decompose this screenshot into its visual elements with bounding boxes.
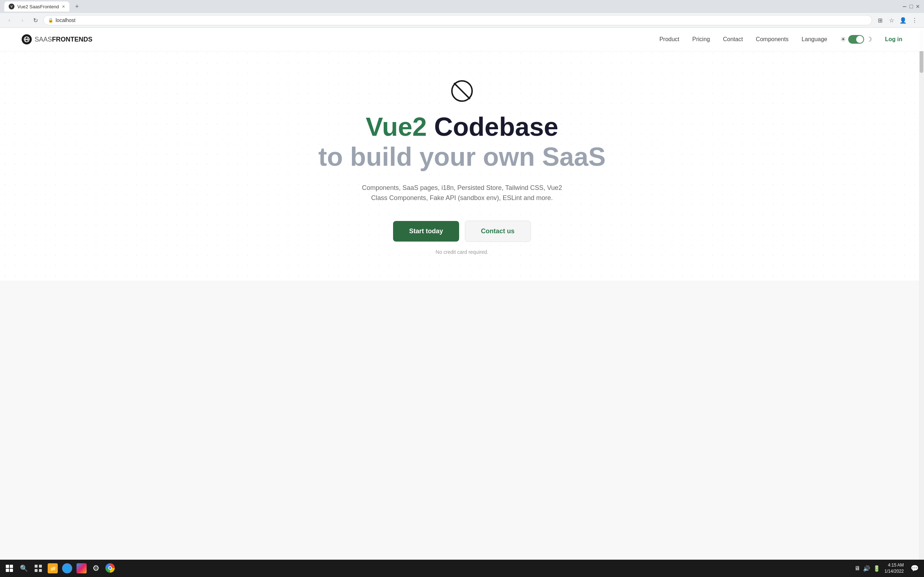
hero-section: Vue2 Codebase to build your own SaaS Com… xyxy=(0,51,924,277)
hero-buttons: Start today Contact us xyxy=(393,221,530,242)
nav-language[interactable]: Language xyxy=(802,36,827,42)
moon-icon: ☽ xyxy=(866,35,872,44)
toggle-knob xyxy=(856,36,863,43)
svg-line-3 xyxy=(454,83,470,99)
tab-favicon: V xyxy=(9,3,14,10)
navbar-logo[interactable]: SAASFRONTENDS xyxy=(22,34,92,44)
navbar-nav: Product Pricing Contact Components Langu… xyxy=(659,36,827,43)
new-tab-button[interactable]: + xyxy=(75,3,79,10)
no-credit-card-note: No credit card required. xyxy=(435,249,489,255)
theme-toggle: ☀ ☽ xyxy=(840,35,872,44)
nav-product[interactable]: Product xyxy=(659,36,679,42)
nav-components[interactable]: Components xyxy=(756,36,789,42)
address-bar[interactable]: 🔒 localhost xyxy=(43,15,872,25)
logo-saas: SAASFRONTENDS xyxy=(35,36,92,44)
profile-button[interactable]: 👤 xyxy=(898,15,908,25)
lock-icon: 🔒 xyxy=(48,18,53,23)
navbar: SAASFRONTENDS Product Pricing Contact Co… xyxy=(0,28,924,51)
login-button[interactable]: Log in xyxy=(885,36,902,43)
apps-button[interactable]: ⊞ xyxy=(875,15,885,25)
menu-button[interactable]: ⋮ xyxy=(910,15,920,25)
logo-icon xyxy=(22,34,32,44)
bookmark-button[interactable]: ☆ xyxy=(887,15,897,25)
sun-icon: ☀ xyxy=(840,35,846,44)
forward-button[interactable]: › xyxy=(17,15,27,25)
refresh-button[interactable]: ↻ xyxy=(31,15,40,25)
browser-frame: V Vue2 SaasFrontend × + − □ × ‹ › ↻ 🔒 lo… xyxy=(0,0,924,28)
close-button[interactable]: × xyxy=(916,3,920,10)
start-today-button[interactable]: Start today xyxy=(393,221,459,242)
minimize-button[interactable]: − xyxy=(902,3,907,11)
maximize-button[interactable]: □ xyxy=(910,3,913,10)
nav-contact[interactable]: Contact xyxy=(723,36,743,42)
hero-subtitle-title: to build your own SaaS xyxy=(318,142,606,172)
hero-codebase-text: Codebase xyxy=(427,112,558,141)
page-content: SAASFRONTENDS Product Pricing Contact Co… xyxy=(0,28,924,280)
nav-pricing[interactable]: Pricing xyxy=(692,36,710,42)
hero-icon xyxy=(451,80,473,102)
browser-toolbar: ‹ › ↻ 🔒 localhost ⊞ ☆ 👤 ⋮ xyxy=(0,13,924,27)
back-button[interactable]: ‹ xyxy=(4,15,14,25)
contact-us-button[interactable]: Contact us xyxy=(465,221,531,242)
hero-subtitle: Components, SaaS pages, i18n, Persisted … xyxy=(361,183,563,204)
hero-vue-text: Vue2 xyxy=(366,112,427,141)
toolbar-actions: ⊞ ☆ 👤 ⋮ xyxy=(875,15,920,25)
url-text: localhost xyxy=(56,17,76,23)
hero-title: Vue2 Codebase to build your own SaaS xyxy=(318,112,606,172)
browser-titlebar: V Vue2 SaasFrontend × + − □ × xyxy=(0,0,924,13)
tab-title: Vue2 SaasFrontend xyxy=(17,4,59,10)
browser-tab[interactable]: V Vue2 SaasFrontend × xyxy=(4,2,69,11)
theme-toggle-switch[interactable] xyxy=(848,35,864,44)
tab-close-button[interactable]: × xyxy=(62,3,65,10)
